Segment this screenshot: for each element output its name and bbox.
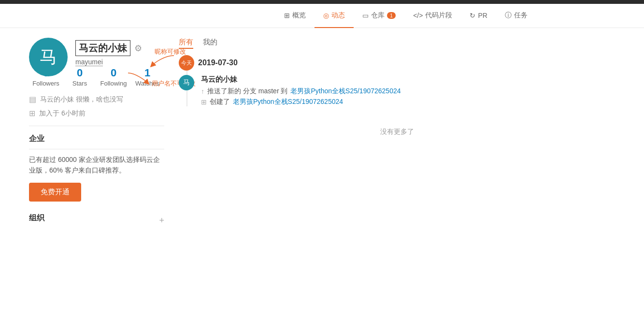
event-action-icon: ↑	[201, 87, 204, 95]
event-action: ⊞创建了 老男孩Python全栈S25/19072625024	[201, 98, 615, 106]
stat-label-followers: Followers	[32, 80, 59, 87]
timeline-date-2019-07-30: 今天 2019-07-30	[198, 58, 615, 67]
nav-tab-repos[interactable]: ▭仓库1	[354, 4, 404, 28]
stat-label-watches: Watches	[135, 80, 159, 87]
bio-text: 马云的小妹 很懒，啥也没写	[40, 95, 123, 104]
snippets-tab-icon: </>	[413, 12, 423, 19]
event-action-text: 创建了	[210, 98, 230, 106]
tasks-tab-icon: ⓘ	[505, 11, 512, 20]
repos-tab-icon: ▭	[362, 12, 369, 19]
avatar: 马	[29, 38, 68, 76]
repos-tab-label: 仓库	[371, 11, 385, 20]
username: mayumei	[75, 58, 103, 66]
main-content: 所有我的 今天 2019-07-30 马马云的小妹↑推送了新的 分支 maste…	[179, 38, 615, 232]
event-action-icon: ⊞	[201, 98, 207, 106]
timeline-event: 马马云的小妹↑推送了新的 分支 master 到 老男孩Python全栈S25/…	[198, 75, 615, 106]
event-username: 马云的小妹	[201, 75, 615, 84]
event-action-text: 推送了新的 分支 master 到	[207, 87, 287, 96]
overview-tab-label: 概览	[292, 11, 306, 20]
activity-tab-icon: ◎	[323, 12, 329, 19]
timeline: 今天 2019-07-30 马马云的小妹↑推送了新的 分支 master 到 老…	[179, 58, 615, 106]
nav-tabs-container: ⊞概览◎动态▭仓库1</>代码片段↻PRⓘ任务	[0, 4, 644, 28]
divider-1	[29, 126, 164, 126]
display-name: 马云的小妹	[75, 40, 130, 56]
joined-text: 加入于 6小时前	[39, 109, 86, 118]
org-section: 组织 +	[29, 213, 164, 228]
stat-label-stars: Stars	[72, 80, 87, 87]
nav-tab-snippets[interactable]: </>代码片段	[404, 4, 461, 28]
divider-enterprise	[29, 149, 164, 149]
nav-tab-pr[interactable]: ↻PR	[461, 4, 496, 28]
profile-section: 马 马云的小妹 ⚙ mayumei 昵称可修改	[29, 38, 164, 76]
event-action: ↑推送了新的 分支 master 到 老男孩Python全栈S25/190726…	[201, 87, 615, 96]
event-avatar: 马	[179, 75, 194, 90]
filter-row: 所有我的	[179, 38, 615, 49]
repos-tab-badge: 1	[387, 12, 396, 19]
nav-tab-activity[interactable]: ◎动态	[315, 4, 354, 28]
bio-icon: ▤	[29, 95, 36, 104]
date-dot: 今天	[179, 55, 194, 71]
enterprise-description: 已有超过 60000 家企业研发团队选择码云企业版，60% 客户来自口碑推荐。	[29, 154, 164, 176]
add-org-icon[interactable]: +	[159, 216, 164, 226]
filter-mine[interactable]: 我的	[203, 38, 217, 49]
pr-tab-icon: ↻	[470, 12, 475, 19]
profile-meta: ▤ 马云的小妹 很懒，啥也没写 ⊞ 加入于 6小时前	[29, 95, 164, 118]
enterprise-title: 企业	[29, 134, 164, 144]
sidebar: 马 马云的小妹 ⚙ mayumei 昵称可修改	[29, 38, 164, 232]
enterprise-section: 企业 已有超过 60000 家企业研发团队选择码云企业版，60% 客户来自口碑推…	[29, 134, 164, 202]
nav-tab-tasks[interactable]: ⓘ任务	[496, 4, 536, 28]
event-action-link[interactable]: 老男孩Python全栈S25/19072625024	[233, 98, 343, 106]
pr-tab-label: PR	[478, 12, 487, 19]
stat-label-following: Following	[100, 80, 127, 87]
filter-all[interactable]: 所有	[179, 38, 193, 49]
no-more-text: 没有更多了	[179, 116, 615, 148]
profile-info: 马云的小妹 ⚙ mayumei	[75, 38, 164, 66]
activity-tab-label: 动态	[331, 11, 345, 20]
calendar-icon: ⊞	[29, 109, 35, 118]
settings-icon[interactable]: ⚙	[134, 43, 142, 54]
enterprise-btn[interactable]: 免费开通	[29, 183, 81, 202]
overview-tab-icon: ⊞	[284, 12, 290, 19]
nav-tab-overview[interactable]: ⊞概览	[275, 4, 315, 28]
tasks-tab-label: 任务	[514, 11, 528, 20]
date-text: 2019-07-30	[198, 58, 238, 67]
org-title: 组织	[29, 213, 44, 223]
event-action-link[interactable]: 老男孩Python全栈S25/19072625024	[290, 87, 401, 96]
snippets-tab-label: 代码片段	[425, 11, 452, 20]
